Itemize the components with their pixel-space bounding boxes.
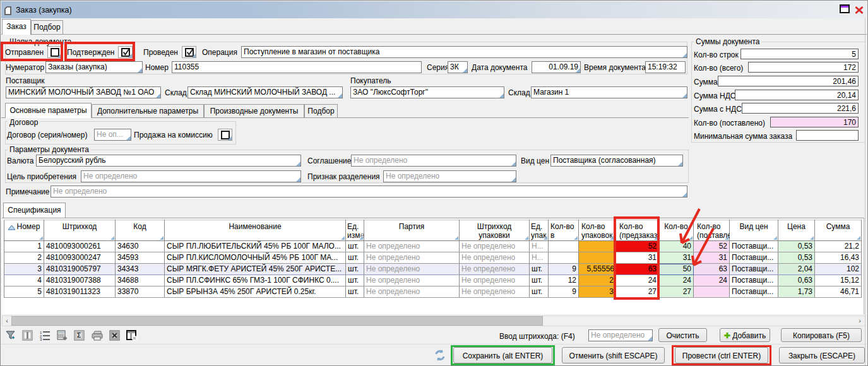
svg-text:3: 3 (40, 338, 42, 341)
svg-text:Σ: Σ (77, 332, 81, 339)
